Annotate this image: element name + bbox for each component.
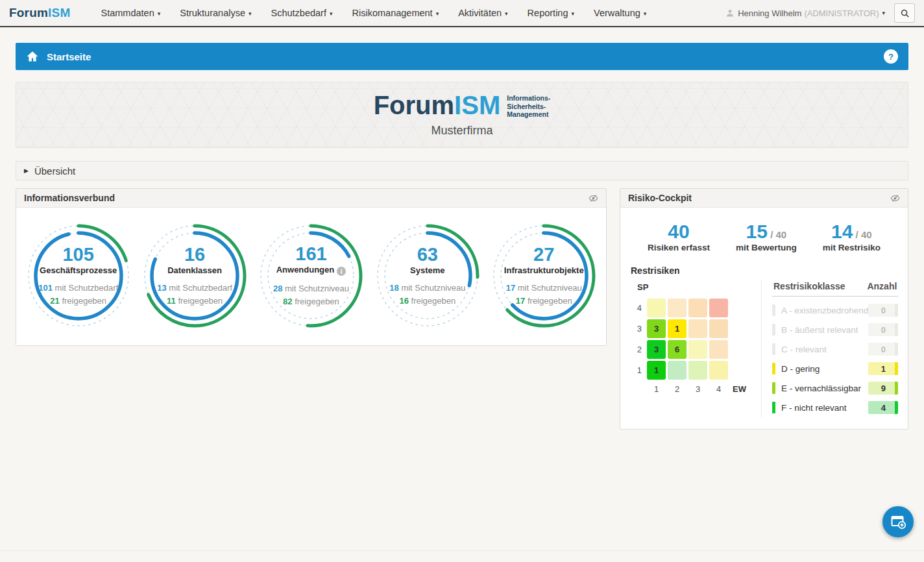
heatmap-cell-sp4-ew4	[709, 299, 728, 317]
donut-content: 105Geschäftsprozesse101 mit Schutzbedarf…	[25, 223, 132, 329]
donut-systeme: 63Systeme18 mit Schutzniveau16 freigegeb…	[374, 223, 481, 329]
question-icon: ?	[888, 52, 894, 62]
restrisiken-content: SP 4331236111234EW Restrisikoklasse Anza…	[631, 280, 897, 417]
heatmap-x-axis-label: EW	[730, 382, 752, 394]
heatmap-col-label-ew-2: 2	[668, 382, 687, 394]
column-header-class: Restrisikoklasse	[773, 281, 845, 291]
donut-subline: 13 mit Schutzbedarf	[157, 282, 232, 295]
main-menu: Stammdaten▾Strukturanalyse▾Schutzbedarf▾…	[91, 1, 657, 25]
donut-subline: 16 freigegeben	[389, 295, 465, 308]
overview-collapsible[interactable]: ▶ Übersicht	[16, 161, 908, 180]
heatmap-row-label-sp-1: 1	[637, 365, 645, 375]
risk-class-count: 0	[881, 306, 886, 315]
donut-infrastrukturobjekte: 27Infrastrukturobjekte17 mit Schutznivea…	[491, 223, 597, 329]
risk-class-color-bar	[772, 304, 775, 316]
risk-class-row-b: B - äußerst relevant0	[772, 320, 898, 339]
donut-subline-value: 101	[38, 283, 53, 293]
heatmap-cell-sp3-ew1[interactable]: 3	[647, 319, 666, 338]
donut-sublines: 18 mit Schutzniveau16 freigegeben	[389, 282, 465, 307]
donut-subline: 11 freigegeben	[157, 295, 232, 308]
heatmap-cell-sp2-ew2[interactable]: 6	[668, 340, 687, 359]
donut-row: 105Geschäftsprozesse101 mit Schutzbedarf…	[16, 208, 606, 345]
donut-label: Geschäftsprozesse	[40, 265, 117, 275]
visibility-toggle-icon[interactable]	[890, 193, 900, 203]
risk-class-badge-bar	[895, 304, 898, 317]
donut-sublines: 101 mit Schutzbedarf21 freigegeben	[38, 282, 118, 307]
donut-subline: 18 mit Schutzniveau	[389, 282, 465, 295]
risk-class-row-e[interactable]: E - vernachlässigbar9	[772, 378, 898, 398]
risk-class-count: 4	[881, 403, 886, 413]
heatmap-cell-sp1-ew3	[688, 361, 707, 380]
nav-menu-schutzbedarf[interactable]: Schutzbedarf▾	[261, 1, 343, 25]
risk-class-count-badge: 0	[868, 304, 898, 317]
restrisiken-title: Restrisiken	[631, 265, 897, 276]
heatmap-cell-sp1-ew1[interactable]: 1	[647, 361, 666, 380]
donut-subline-value: 82	[283, 297, 292, 306]
heatmap-grid: 4331236111234EW	[631, 299, 752, 394]
donut-total: 16	[184, 245, 205, 264]
risk-class-row-a: A - existenzbedrohend0	[772, 300, 898, 320]
banner-logo-part1: Forum	[374, 91, 454, 119]
nav-menu-aktivit-ten[interactable]: Aktivitäten▾	[448, 1, 517, 25]
user-menu[interactable]: Henning Wilhelm (ADMINISTRATOR) ▾	[725, 8, 885, 18]
heatmap-cell-sp3-ew2[interactable]: 1	[668, 319, 687, 338]
nav-menu-strukturanalyse[interactable]: Strukturanalyse▾	[170, 1, 261, 25]
donut-subline-value: 21	[50, 296, 59, 306]
add-item-fab[interactable]	[882, 506, 914, 537]
donut-label: Datenklassen	[167, 265, 222, 275]
top-navbar: ForumISM Stammdaten▾Strukturanalyse▾Schu…	[0, 0, 924, 27]
banner-tagline: Informations- Sicherheits- Management	[507, 94, 550, 118]
risk-class-label: E - vernachlässigbar	[781, 384, 868, 393]
nav-menu-verwaltung[interactable]: Verwaltung▾	[584, 1, 656, 25]
heatmap-row-spacer	[730, 340, 752, 359]
informationsverbund-panel: Informationsverbund 105Geschäftsprozesse…	[16, 188, 607, 346]
app-logo[interactable]: ForumISM	[9, 6, 71, 20]
add-window-icon	[890, 513, 906, 530]
risk-class-label: C - relevant	[781, 345, 868, 354]
nav-menu-stammdaten[interactable]: Stammdaten▾	[91, 1, 171, 25]
chevron-down-icon: ▾	[505, 10, 508, 17]
risk-stat-value-row: 15 / 40	[736, 221, 797, 242]
chevron-down-icon: ▾	[571, 10, 574, 17]
nav-menu-label: Aktivitäten	[458, 8, 502, 18]
heatmap-col-label-ew-3: 3	[688, 382, 707, 394]
help-button[interactable]: ?	[884, 49, 898, 64]
risk-class-color-bar	[772, 343, 775, 355]
risk-class-row-d[interactable]: D - gering1	[772, 359, 898, 378]
page-footer	[0, 550, 924, 562]
donut-content: 63Systeme18 mit Schutzniveau16 freigegeb…	[374, 223, 481, 329]
donut-label: Anwendungeni	[276, 265, 346, 276]
user-icon	[725, 8, 735, 18]
informationsverbund-title: Informationsverbund	[24, 193, 115, 203]
heatmap-y-axis-label: SP	[637, 282, 752, 292]
risk-stat-value: 14	[831, 221, 853, 242]
donut-total: 63	[417, 245, 438, 264]
donut-anwendungen: 161Anwendungeni28 mit Schutzniveau82 fre…	[258, 223, 364, 329]
banner-logo-row: ForumISM Informations- Sicherheits- Mana…	[374, 92, 551, 118]
risk-class-badge-bar	[895, 401, 898, 414]
donut-sublines: 17 mit Schutzniveau17 freigegeben	[506, 282, 582, 307]
visibility-toggle-icon[interactable]	[589, 193, 598, 203]
heatmap-cell-sp2-ew1[interactable]: 3	[647, 340, 666, 359]
home-icon[interactable]	[26, 50, 39, 63]
risk-heatmap: SP 4331236111234EW	[631, 280, 752, 417]
risk-class-color-bar	[772, 324, 775, 336]
chevron-down-icon: ▾	[882, 10, 885, 16]
risk-class-row-f[interactable]: F - nicht relevant4	[772, 398, 898, 417]
search-button[interactable]	[894, 3, 915, 23]
donut-subline: 21 freigegeben	[38, 295, 118, 308]
donut-total: 161	[295, 244, 326, 263]
nav-menu-reporting[interactable]: Reporting▾	[518, 1, 584, 25]
heatmap-cell-sp4-ew1	[647, 299, 666, 317]
heatmap-row-label-sp-3: 3	[637, 324, 645, 334]
heatmap-cell-sp4-ew2	[668, 299, 687, 317]
risk-class-count-badge: 0	[868, 323, 898, 336]
heatmap-cell-sp2-ew4	[709, 340, 728, 359]
risiko-cockpit-title: Risiko-Cockpit	[628, 193, 692, 203]
search-icon	[900, 8, 910, 18]
risk-stat-of-total: / 40	[768, 229, 786, 240]
info-icon[interactable]: i	[337, 267, 346, 276]
risk-stat-label: Risiken erfasst	[648, 243, 710, 252]
nav-menu-risikomanagement[interactable]: Risikomanagement▾	[343, 1, 449, 25]
donut-subline: 82 freigegeben	[273, 295, 349, 308]
